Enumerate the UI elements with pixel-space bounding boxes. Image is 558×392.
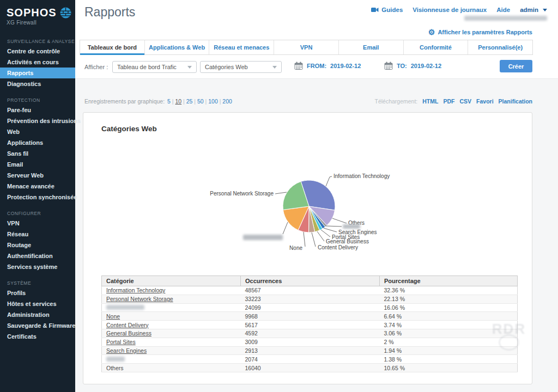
- sidebar-item-pare-feu[interactable]: Pare-feu: [0, 105, 75, 115]
- sidebar-item-menace-avancee[interactable]: Menace avancée: [0, 181, 75, 192]
- sidebar-section-surveillance-analyse: SURVEILLANCE & ANALYSECentre de contrôle…: [0, 37, 75, 89]
- sidebar-item-sauvegarde-firmware[interactable]: Sauvegarde & Firmware: [0, 320, 75, 331]
- table-row: Others1604010.65 %: [102, 364, 518, 372]
- sidebar-section-title: PROTECTION: [0, 96, 75, 105]
- chevron-down-icon: [272, 66, 277, 69]
- percentage-value: 10.65 %: [380, 364, 518, 372]
- leader-line: [332, 218, 347, 223]
- calendar-icon: [384, 62, 393, 70]
- percentage-value: 3.06 %: [380, 329, 518, 338]
- sidebar-item-administration[interactable]: Administration: [0, 309, 75, 320]
- records-label: Enregistrements par graphique:: [84, 98, 165, 105]
- org-name-redacted: [464, 16, 547, 21]
- to-date-value[interactable]: 2019-02-12: [411, 63, 441, 69]
- from-label: FROM:: [307, 63, 326, 69]
- download-html[interactable]: HTML: [422, 98, 438, 105]
- sidebar-section-protection: PROTECTIONPare-feuPrévention des intrusi…: [0, 96, 75, 203]
- separator: |: [204, 98, 209, 105]
- download-planification[interactable]: Planification: [499, 98, 532, 105]
- sidebar-item-authentification[interactable]: Authentification: [0, 250, 75, 261]
- sidebar-item-profils[interactable]: Profils: [0, 287, 75, 298]
- dashboard-type-select[interactable]: Tableau de bord Trafic: [112, 61, 197, 73]
- sidebar-item-diagnostics[interactable]: Diagnostics: [0, 78, 75, 89]
- occurrences-value: 5617: [241, 321, 380, 329]
- report-panel: Catégories Web Information TechnologyOth…: [83, 112, 532, 384]
- sidebar-item-centre-de-controle[interactable]: Centre de contrôle: [0, 46, 75, 57]
- from-date-picker[interactable]: FROM: 2019-02-12: [294, 62, 361, 70]
- separator: |: [171, 98, 175, 105]
- category-redacted[interactable]: [106, 305, 144, 310]
- log-viewer-link[interactable]: Visionneuse de journaux: [413, 7, 487, 13]
- download-pdf[interactable]: PDF: [443, 98, 454, 105]
- pie-label-redacted: [343, 224, 360, 229]
- category-link-general-business[interactable]: General Business: [106, 330, 151, 336]
- tab-tableaux-de-bord[interactable]: Tableaux de bord: [80, 40, 145, 54]
- sidebar-item-reseau[interactable]: Réseau: [0, 229, 75, 240]
- tab-email[interactable]: Email: [339, 40, 404, 54]
- occurrences-value: 24099: [241, 303, 380, 312]
- sidebar-item-rapports[interactable]: Rapports: [0, 68, 75, 78]
- table-row: 20741.38 %: [102, 355, 518, 364]
- firewall-globe-icon: [60, 7, 71, 19]
- from-date-value[interactable]: 2019-02-12: [330, 63, 361, 69]
- sidebar-section-systeme: SYSTÈMEProfilsHôtes et servicesAdministr…: [0, 279, 75, 342]
- product-name: XG Firewall: [7, 20, 75, 26]
- sidebar-item-activites-en-cours[interactable]: Activités en cours: [0, 57, 75, 68]
- report-settings-link[interactable]: ⚙ Afficher les paramètres Rapports: [428, 28, 532, 36]
- pie-label-none: None: [289, 245, 302, 251]
- records-option-100[interactable]: 100: [208, 98, 218, 105]
- user-menu[interactable]: admin: [520, 7, 547, 13]
- tab-conformite[interactable]: Conformité: [404, 40, 469, 54]
- sidebar-section-title: CONFIGURER: [0, 209, 75, 218]
- records-option-200[interactable]: 200: [222, 98, 232, 105]
- sidebar-item-web[interactable]: Web: [0, 126, 75, 137]
- tab-vpn[interactable]: VPN: [274, 40, 339, 54]
- show-label: Afficher :: [84, 64, 108, 70]
- records-option-10[interactable]: 10: [175, 98, 182, 105]
- download-csv[interactable]: CSV: [459, 98, 471, 105]
- sidebar-item-sans-fil[interactable]: Sans fil: [0, 148, 75, 159]
- sidebar-item-services-systeme[interactable]: Services système: [0, 261, 75, 272]
- sidebar-item-routage[interactable]: Routage: [0, 240, 75, 250]
- widget-select[interactable]: Catégories Web: [200, 61, 282, 73]
- help-link[interactable]: Aide: [496, 7, 510, 13]
- records-option-25[interactable]: 25: [186, 98, 193, 105]
- category-link-personal-network-storage[interactable]: Personal Network Storage: [106, 296, 173, 302]
- category-redacted[interactable]: [106, 357, 125, 362]
- sidebar-item-hotes-et-services[interactable]: Hôtes et services: [0, 298, 75, 309]
- category-link-information-technology[interactable]: Information Technology: [106, 287, 165, 293]
- sidebar-item-protection-synchronisee[interactable]: Protection synchronisée: [0, 192, 75, 203]
- guides-link[interactable]: Guides: [371, 7, 403, 13]
- category-link-content-delivery[interactable]: Content Delivery: [106, 322, 149, 328]
- sidebar-item-email[interactable]: Email: [0, 159, 75, 170]
- sidebar-item-certificats[interactable]: Certificats: [0, 331, 75, 342]
- leader-line: [283, 222, 288, 234]
- records-bar: Enregistrements par graphique: 5 | 10 | …: [84, 98, 532, 105]
- sidebar-item-serveur-web[interactable]: Serveur Web: [0, 170, 75, 181]
- web-categories-table: CatégorieOccurrencesPourcentage Informat…: [101, 275, 518, 372]
- leader-line: [312, 232, 316, 247]
- chevron-down-icon: [187, 66, 192, 69]
- leader-line: [275, 192, 287, 194]
- create-button[interactable]: Créer: [500, 60, 532, 72]
- records-option-50[interactable]: 50: [197, 98, 204, 105]
- pie-label-content-delivery: Content Delivery: [318, 244, 358, 250]
- category-link-search-engines[interactable]: Search Engines: [106, 347, 147, 354]
- table-row: 2409916.06 %: [102, 303, 518, 312]
- category-link-portal-sites[interactable]: Portal Sites: [106, 339, 136, 345]
- sidebar-item-vpn[interactable]: VPN: [0, 218, 75, 229]
- to-date-picker[interactable]: TO: 2019-02-12: [384, 62, 441, 70]
- leader-line: [317, 231, 324, 241]
- category-link-none[interactable]: None: [106, 313, 120, 320]
- leader-line: [326, 176, 332, 186]
- tab-reseau-et-menaces[interactable]: Réseau et menaces: [209, 40, 274, 54]
- records-per-chart: Enregistrements par graphique: 5 | 10 | …: [84, 98, 232, 105]
- separator: |: [192, 98, 197, 105]
- tab-applications-web[interactable]: Applications & Web: [145, 40, 210, 54]
- download-favori[interactable]: Favori: [476, 98, 494, 105]
- sidebar: SOPHOS XG Firewall SURVEILLANCE & AN: [0, 0, 75, 392]
- table-row: Personal Network Storage3322322.13 %: [102, 295, 518, 303]
- sidebar-item-applications[interactable]: Applications: [0, 137, 75, 148]
- tab-personnalise-e[interactable]: Personnalisé(e): [468, 40, 532, 54]
- sidebar-item-prevention-des-intrusions[interactable]: Prévention des intrusions: [0, 115, 75, 126]
